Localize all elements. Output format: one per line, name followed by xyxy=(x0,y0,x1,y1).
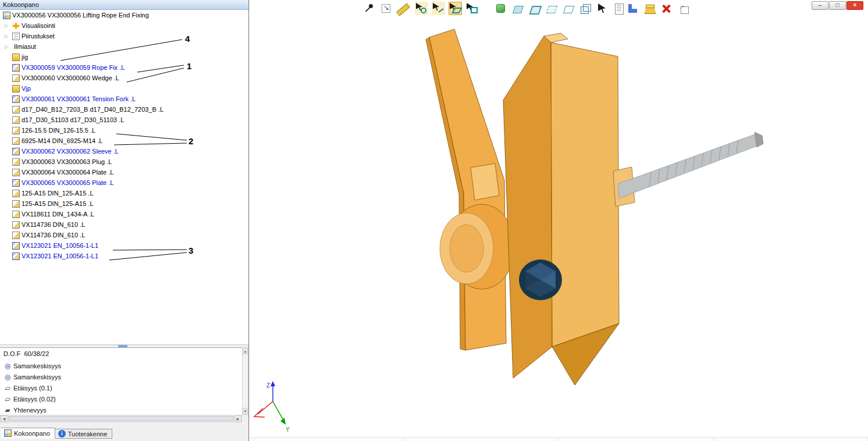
part-icon xyxy=(12,158,20,166)
model-angle-left-face[interactable] xyxy=(503,36,552,378)
constraint-label: Samankeskisyys xyxy=(12,374,61,380)
status-segment xyxy=(713,438,868,441)
tree-item[interactable]: Visualisointi xyxy=(0,20,248,31)
part-icon xyxy=(12,95,20,103)
tree-root-label: VX3000056 VX3000056 Lifting Rope End Fix… xyxy=(10,12,149,19)
constraint-label: Yhtenevyys xyxy=(12,407,47,414)
tree-item[interactable]: VX123021 EN_10056-1-L1 xyxy=(0,240,248,251)
model-angle-right-face[interactable] xyxy=(551,42,619,347)
tree-item[interactable]: VX3000059 VX3000059 Rope Fix .L xyxy=(0,62,248,73)
tree-item-label: VX3000061 VX3000061 Tension Fork .L xyxy=(20,95,136,102)
tree-item[interactable]: VX3000062 VX3000062 Sleeve .L xyxy=(0,146,248,157)
tree-item[interactable]: 125-A15 DIN_125-A15 .L xyxy=(0,188,248,198)
horizontal-scrollbar[interactable]: ◀ ▶ xyxy=(0,415,242,422)
axis-triad: Z Y xyxy=(254,381,290,433)
tree-item[interactable]: VX3000063 VX3000063 Plug .L xyxy=(0,157,248,167)
scroll-right-icon[interactable]: ▶ xyxy=(234,415,241,422)
tree-item[interactable]: 6925-M14 DIN_6925-M14 .L xyxy=(0,136,248,146)
constraint-label: Etäisyys (0.1) xyxy=(12,385,52,392)
part-icon xyxy=(12,33,20,40)
tree-item[interactable]: VX3000061 VX3000061 Tension Fork .L xyxy=(0,94,248,104)
tree-item-label: VX114736 DIN_610 .L xyxy=(20,221,85,228)
tree-item[interactable]: Ilmiasut xyxy=(0,41,248,52)
constraint-icon xyxy=(3,384,12,392)
tree-item-label: Piirustukset xyxy=(20,33,55,40)
scroll-up-icon[interactable]: ▲ xyxy=(243,348,248,354)
part-icon xyxy=(12,252,20,260)
tree-item[interactable]: Vjp xyxy=(0,83,248,94)
tab-icon xyxy=(58,430,66,438)
tree-item-label: VX123021 EN_10056-1-L1 xyxy=(20,242,98,249)
part-icon xyxy=(12,54,20,61)
tree-item[interactable]: 125-A15 DIN_125-A15 .L xyxy=(0,198,248,209)
tree-item-label: VX3000062 VX3000062 Sleeve .L xyxy=(20,148,119,155)
tree-item[interactable]: VX123021 EN_10056-1-L1 xyxy=(0,251,248,261)
part-icon xyxy=(12,116,20,124)
part-icon xyxy=(12,74,20,82)
tree-item[interactable]: jig xyxy=(0,52,248,62)
tree-item-label: Ilmiasut xyxy=(12,43,36,50)
part-icon xyxy=(12,200,20,208)
expander-icon[interactable] xyxy=(5,23,12,29)
constraint-item[interactable]: Etäisyys (0.02) xyxy=(0,393,242,404)
constraint-icon xyxy=(3,362,12,370)
part-icon xyxy=(12,106,20,113)
model-wedge-block[interactable] xyxy=(471,163,499,200)
part-icon xyxy=(12,137,20,145)
tree-item[interactable]: d17_D40_B12_7203_B d17_D40_B12_7203_B .L xyxy=(0,104,248,115)
part-icon xyxy=(12,221,20,229)
tree-item-label: d17_D40_B12_7203_B d17_D40_B12_7203_B .L xyxy=(20,106,163,113)
constraint-icon xyxy=(3,406,12,414)
constraint-item[interactable]: Samankeskisyys xyxy=(0,371,242,382)
part-icon xyxy=(12,148,20,155)
model-threaded-rod[interactable] xyxy=(618,134,757,198)
assembly-icon xyxy=(3,12,10,19)
part-icon xyxy=(12,211,20,218)
tree-item[interactable]: Piirustukset xyxy=(0,31,248,41)
tree-item[interactable]: VX3000060 VX3000060 Wedge .L xyxy=(0,73,248,83)
scrollbar-thumb[interactable] xyxy=(8,416,234,421)
scroll-down-icon[interactable]: ▼ xyxy=(243,408,248,414)
tree-item[interactable]: VX118611 DIN_1434-A .L xyxy=(0,209,248,219)
expander-icon[interactable] xyxy=(5,34,12,39)
part-icon xyxy=(12,179,20,187)
tree-item[interactable]: VX3000064 VX3000064 Plate .L xyxy=(0,167,248,177)
dof-header: D.O.F 60/38/22 xyxy=(0,348,242,360)
tree-item-label: VX118611 DIN_1434-A .L xyxy=(20,211,94,218)
tree-item[interactable]: 126-15.5 DIN_126-15.5 .L xyxy=(0,125,248,136)
vertical-scrollbar[interactable]: ▲ ▼ xyxy=(242,347,248,415)
assembly-tree: VX3000056 VX3000056 Lifting Rope End Fix… xyxy=(0,10,248,344)
panel-tab[interactable]: Kokoonpano xyxy=(1,428,55,439)
tree-item[interactable]: VX114736 DIN_610 .L xyxy=(0,230,248,240)
tree-item-label: jig xyxy=(20,54,28,61)
tree-item-label: 126-15.5 DIN_126-15.5 .L xyxy=(20,127,95,134)
tab-label: Tuoterakenne xyxy=(68,431,107,438)
constraint-item[interactable]: Samankeskisyys xyxy=(0,360,242,371)
viewport-3d[interactable]: – □ × xyxy=(250,0,868,441)
tree-item[interactable]: d17_D30_51103 d17_D30_51103 .L xyxy=(0,115,248,125)
tree-item-label: VX3000064 VX3000064 Plate .L xyxy=(20,169,113,176)
constraint-item[interactable]: Etäisyys (0.1) xyxy=(0,382,242,393)
expander-icon[interactable] xyxy=(5,44,12,49)
status-segment xyxy=(250,438,404,441)
tree-item-label: 6925-M14 DIN_6925-M14 .L xyxy=(20,137,102,144)
constraints-panel: D.O.F 60/38/22 Samankeskisyys Samankeski… xyxy=(0,347,242,415)
part-icon xyxy=(12,190,20,197)
tree-item-label: VX114736 DIN_610 .L xyxy=(20,232,85,239)
part-icon xyxy=(12,242,20,250)
model-cylinder-ring[interactable] xyxy=(450,225,483,272)
tree-item-label: 125-A15 DIN_125-A15 .L xyxy=(20,190,94,197)
constraint-icon xyxy=(3,373,12,381)
constraint-item[interactable]: Yhtenevyys xyxy=(0,404,242,415)
tree-item-label: 125-A15 DIN_125-A15 .L xyxy=(20,200,94,207)
tree-root-item[interactable]: VX3000056 VX3000056 Lifting Rope End Fix… xyxy=(0,10,248,20)
tree-item[interactable]: VX114736 DIN_610 .L xyxy=(0,219,248,230)
model-3d[interactable]: Z Y xyxy=(250,0,868,441)
tree-item-label: VX123021 EN_10056-1-L1 xyxy=(20,252,98,259)
model-hex-bolt[interactable] xyxy=(519,259,562,300)
panel-tab[interactable]: Tuoterakenne xyxy=(55,429,112,439)
tree-item[interactable]: VX3000065 VX3000065 Plate .L xyxy=(0,177,248,188)
tree-item-label: VX3000065 VX3000065 Plate .L xyxy=(20,179,113,186)
scroll-left-icon[interactable]: ◀ xyxy=(1,415,8,422)
part-icon xyxy=(12,169,20,176)
